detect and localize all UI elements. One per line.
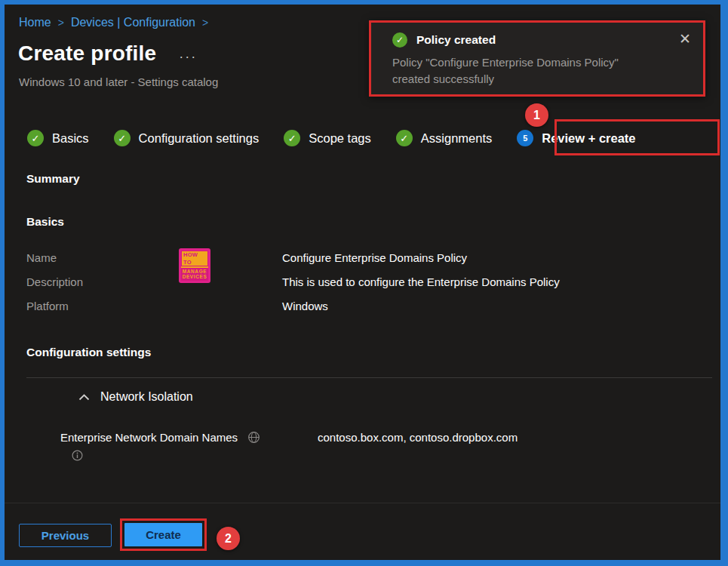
tab-label: Configuration settings — [139, 131, 260, 146]
step-complete-check-icon: ✓ — [27, 130, 44, 146]
breadcrumb-devices-configuration-link[interactable]: Devices | Configuration — [71, 16, 195, 29]
toast-header: ✓ Policy created — [392, 32, 691, 48]
setting-label: Enterprise Network Domain Names — [60, 431, 238, 444]
tab-configuration-settings[interactable]: ✓ Configuration settings — [114, 130, 260, 146]
toast-policy-created: ✓ Policy created Policy "Configure Enter… — [369, 20, 705, 97]
close-icon[interactable]: ✕ — [679, 30, 691, 48]
create-profile-window: Home > Devices | Configuration > Create … — [0, 0, 728, 566]
logo-text-line3: DEVICES — [183, 274, 207, 279]
previous-button[interactable]: Previous — [19, 524, 112, 547]
success-check-icon: ✓ — [392, 32, 407, 48]
basics-summary-table: Name Configure Enterprise Domains Policy… — [26, 245, 705, 318]
network-isolation-group[interactable]: Network Isolation — [78, 390, 193, 404]
logo-text-line2: MANAGE — [183, 269, 207, 274]
name-value: Configure Enterprise Domains Policy — [282, 251, 467, 264]
more-options-icon[interactable]: ··· — [179, 47, 197, 60]
toast-message: Policy "Configure Enterprise Domains Pol… — [392, 54, 691, 88]
tab-label: Basics — [52, 131, 89, 146]
breadcrumb: Home > Devices | Configuration > — [19, 16, 208, 29]
toast-title: Policy created — [416, 33, 496, 47]
table-row: Name Configure Enterprise Domains Policy — [26, 245, 705, 269]
step-complete-check-icon: ✓ — [396, 130, 413, 146]
create-button[interactable]: Create — [124, 523, 202, 546]
description-label: Description — [26, 275, 282, 288]
page-subtitle: Windows 10 and later - Settings catalog — [19, 75, 218, 88]
globe-icon — [247, 431, 260, 444]
step-complete-check-icon: ✓ — [284, 130, 300, 146]
setting-value: contoso.box.com, contoso.dropbox.com — [318, 431, 518, 444]
platform-label: Platform — [26, 300, 282, 312]
configuration-settings-heading: Configuration settings — [26, 346, 151, 359]
basics-heading: Basics — [26, 215, 64, 229]
tab-basics[interactable]: ✓ Basics — [27, 130, 89, 146]
title-row: Create profile ··· — [18, 42, 197, 66]
table-row: Description This is used to configure th… — [26, 269, 705, 294]
breadcrumb-home-link[interactable]: Home — [19, 16, 51, 29]
howtomanagedevices-logo: HOW TO MANAGE DEVICES — [179, 248, 210, 283]
name-label: Name — [26, 251, 282, 264]
tab-label: Scope tags — [309, 131, 371, 146]
description-value: This is used to configure the Enterprise… — [282, 275, 560, 288]
tab-assignments[interactable]: ✓ Assignments — [396, 130, 492, 146]
tab-scope-tags[interactable]: ✓ Scope tags — [284, 130, 371, 146]
tab-label: Assignments — [421, 131, 492, 146]
platform-value: Windows — [282, 300, 328, 312]
step-complete-check-icon: ✓ — [114, 130, 131, 146]
footer-divider — [5, 503, 720, 503]
annotation-callout-1: 1 — [525, 103, 548, 127]
breadcrumb-separator-icon: > — [202, 17, 208, 29]
summary-heading: Summary — [26, 172, 80, 186]
step-number-icon: 5 — [517, 130, 533, 146]
info-icon[interactable] — [72, 450, 83, 461]
tab-review-create[interactable]: 5 Review + create — [517, 130, 635, 146]
wizard-steps: ✓ Basics ✓ Configuration settings ✓ Scop… — [27, 128, 636, 148]
page-title: Create profile — [18, 42, 156, 66]
section-divider — [26, 377, 712, 378]
annotation-callout-2: 2 — [217, 527, 240, 550]
table-row: Platform Windows — [26, 294, 705, 318]
tab-label: Review + create — [542, 131, 635, 146]
chevron-up-icon — [78, 394, 90, 401]
group-label: Network Isolation — [100, 390, 193, 404]
logo-text-bottom: MANAGE DEVICES — [181, 268, 209, 281]
setting-label-block: Enterprise Network Domain Names — [60, 431, 260, 461]
logo-text-top: HOW TO — [181, 251, 208, 266]
breadcrumb-separator-icon: > — [58, 17, 64, 29]
